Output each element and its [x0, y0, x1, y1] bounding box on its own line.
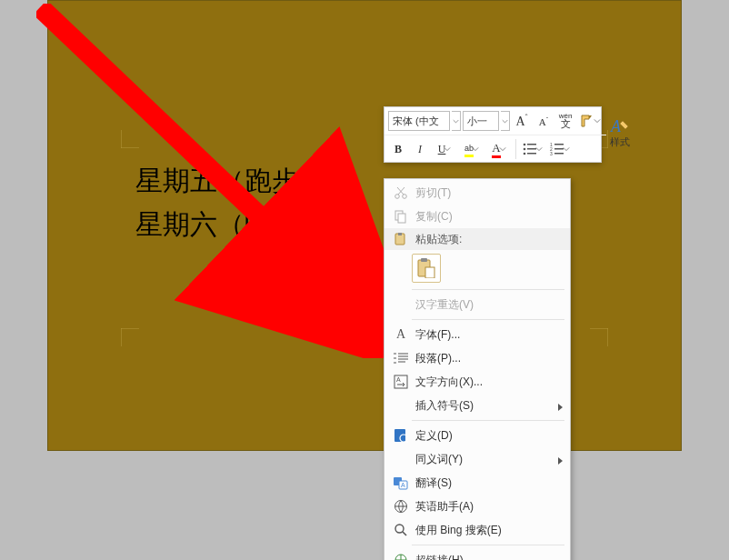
- phonetic-guide-button[interactable]: wén文: [555, 111, 575, 131]
- font-family-dropdown[interactable]: [452, 111, 461, 131]
- hyperlink-icon: [390, 553, 412, 560]
- menu-paste-options-label: 粘贴选项:: [412, 232, 462, 247]
- search-icon: [390, 523, 412, 537]
- svg-text:A: A: [396, 376, 401, 383]
- menu-separator: [412, 319, 564, 320]
- svg-text:A: A: [610, 117, 622, 135]
- text-line-2[interactable]: 星期六（听歌）: [135, 203, 326, 246]
- menu-synonyms-label: 同义词(Y): [412, 452, 554, 467]
- font-size-select[interactable]: 小一: [463, 111, 499, 131]
- menu-paste-options-row: [384, 250, 570, 286]
- svg-point-3: [524, 148, 526, 151]
- separator: [515, 139, 516, 159]
- menu-define[interactable]: 定义(D): [384, 424, 570, 447]
- menu-font-label: 字体(F)...: [412, 327, 554, 343]
- paste-keep-source-button[interactable]: [412, 254, 441, 283]
- highlight-color-button[interactable]: ab: [459, 139, 484, 159]
- italic-button[interactable]: I: [410, 139, 430, 159]
- styles-icon: A: [610, 117, 630, 135]
- svg-point-5: [524, 153, 526, 155]
- svg-point-1: [524, 144, 526, 146]
- styles-label: 样式: [610, 135, 630, 149]
- text-line-1[interactable]: 星期五（跑步）: [135, 165, 326, 195]
- menu-copy[interactable]: 复制(C): [384, 205, 570, 228]
- text-cursor: [325, 166, 325, 194]
- svg-text:3: 3: [550, 151, 553, 155]
- mini-toolbar: 宋体 (中文 小一 Aˆ Aˇ wén文 B I U ab: [384, 106, 602, 163]
- menu-paragraph-label: 段落(P)...: [412, 351, 554, 366]
- menu-text-direction-label: 文字方向(X)...: [412, 375, 554, 390]
- svg-rect-12: [554, 153, 564, 155]
- define-icon: [390, 428, 412, 443]
- bold-button[interactable]: B: [388, 139, 408, 159]
- text-direction-icon: A: [390, 375, 412, 389]
- numbering-button[interactable]: 123: [547, 139, 573, 159]
- document-page: 星期五（跑步） 星期六（听歌）: [47, 0, 682, 451]
- grow-font-button[interactable]: Aˆ: [512, 111, 532, 131]
- context-menu: 剪切(T) 复制(C) 粘贴选项: 汉字重选(V) A 字体(F)... 段落(…: [384, 178, 571, 560]
- menu-bing-search-label: 使用 Bing 搜索(E): [412, 523, 554, 538]
- font-size-dropdown[interactable]: [501, 111, 510, 131]
- menu-reconvert[interactable]: 汉字重选(V): [384, 293, 570, 316]
- font-color-button[interactable]: A: [486, 139, 512, 159]
- menu-copy-label: 复制(C): [412, 209, 554, 225]
- crop-mark-br: [584, 328, 608, 352]
- menu-text-direction[interactable]: A 文字方向(X)...: [384, 370, 570, 394]
- menu-separator: [412, 545, 564, 545]
- menu-cut-label: 剪切(T): [412, 185, 554, 201]
- submenu-arrow-icon: [557, 455, 564, 468]
- translate-icon: A: [390, 475, 412, 490]
- underline-button[interactable]: U: [432, 139, 457, 159]
- paragraph-lines-icon: [390, 352, 412, 365]
- svg-rect-21: [421, 258, 427, 262]
- crop-mark-bl: [121, 328, 145, 352]
- menu-hyperlink-label: 超链接(H)...: [412, 553, 554, 561]
- submenu-arrow-icon: [557, 402, 564, 415]
- svg-rect-6: [527, 153, 536, 155]
- svg-point-14: [395, 195, 400, 199]
- format-painter-button[interactable]: [577, 111, 603, 131]
- menu-english-assistant-label: 英语助手(A): [412, 499, 554, 515]
- svg-point-15: [403, 195, 407, 199]
- svg-rect-19: [398, 233, 402, 235]
- menu-paste-options-header: 粘贴选项:: [384, 228, 570, 250]
- font-family-select[interactable]: 宋体 (中文: [388, 111, 450, 131]
- cut-icon: [390, 185, 412, 200]
- menu-font[interactable]: A 字体(F)...: [384, 323, 570, 346]
- menu-separator: [412, 420, 564, 421]
- menu-paragraph[interactable]: 段落(P)...: [384, 346, 570, 370]
- svg-rect-17: [398, 214, 405, 223]
- menu-cut[interactable]: 剪切(T): [384, 181, 570, 205]
- styles-button[interactable]: A 样式: [610, 107, 630, 158]
- svg-text:A: A: [401, 482, 405, 488]
- menu-translate-label: 翻译(S): [412, 475, 554, 491]
- svg-rect-22: [425, 267, 434, 278]
- menu-english-assistant[interactable]: 英语助手(A): [384, 495, 570, 518]
- paste-icon: [390, 232, 412, 246]
- menu-define-label: 定义(D): [412, 428, 554, 444]
- svg-point-31: [395, 525, 404, 533]
- crop-mark-tl: [121, 125, 145, 148]
- document-text[interactable]: 星期五（跑步） 星期六（听歌）: [135, 159, 326, 246]
- menu-translate[interactable]: A 翻译(S): [384, 471, 570, 495]
- menu-separator: [412, 289, 564, 290]
- menu-bing-search[interactable]: 使用 Bing 搜索(E): [384, 518, 570, 542]
- menu-reconvert-label: 汉字重选(V): [412, 297, 554, 313]
- clipboard-icon: [417, 258, 435, 278]
- font-letter-icon: A: [390, 327, 412, 342]
- copy-icon: [390, 209, 412, 224]
- menu-insert-symbol-label: 插入符号(S): [412, 398, 554, 414]
- menu-synonyms[interactable]: 同义词(Y): [384, 447, 570, 471]
- menu-hyperlink[interactable]: 超链接(H)...: [384, 548, 570, 560]
- shrink-font-button[interactable]: Aˇ: [534, 111, 554, 131]
- english-assistant-icon: [390, 499, 412, 514]
- menu-insert-symbol[interactable]: 插入符号(S): [384, 394, 570, 417]
- bullets-button[interactable]: [520, 139, 545, 159]
